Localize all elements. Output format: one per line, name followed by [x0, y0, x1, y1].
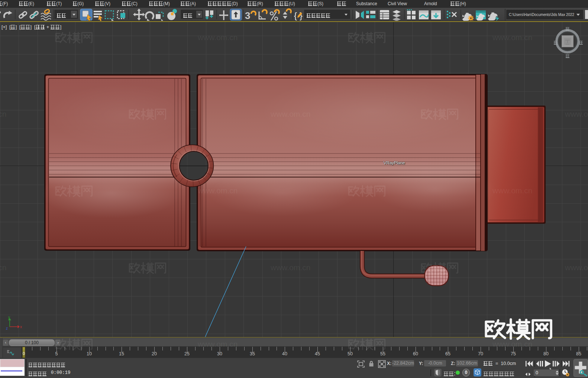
svg-text:x: x: [20, 325, 22, 329]
svg-text:z: z: [6, 326, 8, 330]
svg-text:3: 3: [245, 10, 250, 21]
svg-text:y: y: [8, 316, 10, 319]
svg-text:{: {: [294, 10, 297, 20]
svg-text:C:\Users\Han\Documents\3ds Max: C:\Users\Han\Documents\3ds Max 2022: [509, 12, 574, 17]
